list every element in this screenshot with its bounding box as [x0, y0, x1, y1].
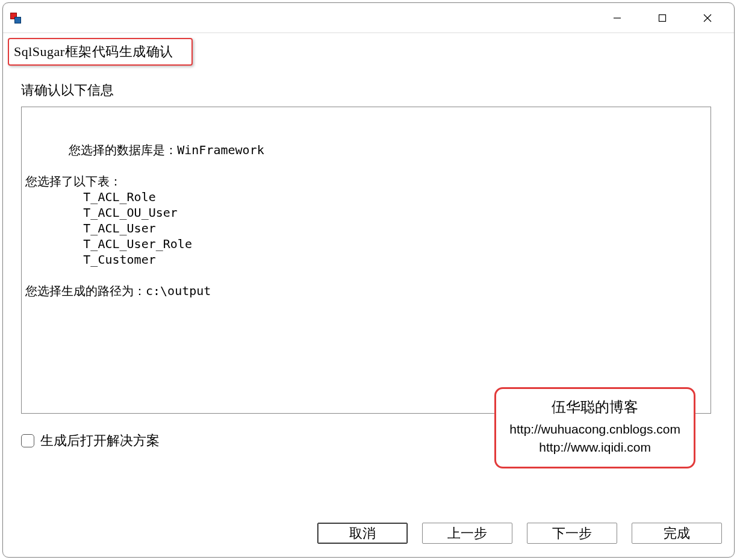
scroll-down-icon[interactable]	[698, 400, 708, 409]
app-icon	[10, 13, 21, 23]
page-title: SqlSugar框架代码生成确认	[8, 38, 193, 66]
next-button[interactable]: 下一步	[527, 523, 617, 544]
confirm-label: 请确认以下信息	[21, 81, 716, 99]
summary-table-row: T_ACL_User	[83, 221, 155, 235]
close-button[interactable]	[694, 4, 721, 31]
cancel-button[interactable]: 取消	[317, 523, 408, 544]
maximize-button[interactable]	[648, 4, 676, 31]
wizard-buttons: 取消 上一步 下一步 完成	[317, 523, 722, 544]
window-controls	[603, 4, 732, 31]
header: SqlSugar框架代码生成确认	[3, 33, 734, 69]
summary-table-row: T_Customer	[83, 252, 155, 267]
svg-rect-1	[659, 14, 665, 21]
previous-button[interactable]: 上一步	[422, 523, 512, 544]
summary-db-line: 您选择的数据库是：WinFramework	[69, 143, 264, 157]
dialog-window: SqlSugar框架代码生成确认 请确认以下信息 您选择的数据库是：WinFra…	[2, 2, 735, 558]
summary-table-row: T_ACL_User_Role	[83, 237, 192, 251]
content-area: 请确认以下信息 您选择的数据库是：WinFramework 您选择了以下表： T…	[3, 69, 734, 450]
summary-table-row: T_ACL_OU_User	[83, 205, 178, 220]
summary-tables-header: 您选择了以下表：	[25, 174, 122, 188]
finish-button[interactable]: 完成	[632, 523, 722, 544]
titlebar	[3, 3, 734, 33]
watermark-box: 伍华聪的博客 http://wuhuacong.cnblogs.com http…	[494, 387, 695, 468]
watermark-title: 伍华聪的博客	[509, 397, 680, 417]
watermark-link-1: http://wuhuacong.cnblogs.com	[509, 420, 680, 438]
open-solution-label: 生成后打开解决方案	[40, 432, 160, 450]
summary-textbox[interactable]: 您选择的数据库是：WinFramework 您选择了以下表： T_ACL_Rol…	[21, 107, 711, 414]
watermark-link-2: http://www.iqidi.com	[509, 438, 680, 456]
summary-path-line: 您选择生成的路径为：c:\output	[25, 284, 211, 298]
open-solution-checkbox[interactable]	[21, 434, 34, 447]
summary-table-row: T_ACL_Role	[83, 190, 155, 204]
minimize-button[interactable]	[603, 4, 630, 31]
scroll-up-icon[interactable]	[698, 111, 708, 120]
